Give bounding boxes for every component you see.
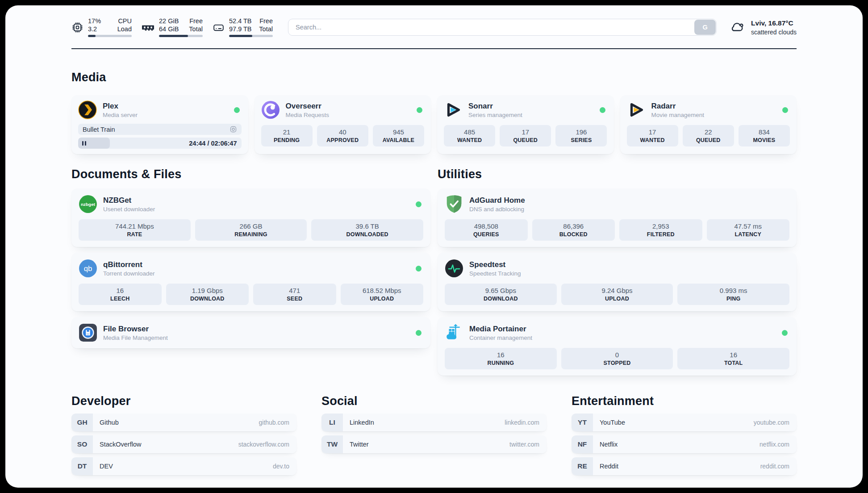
overseerr-icon xyxy=(261,100,280,119)
bookmark-domain: twitter.com xyxy=(509,441,539,448)
bookmark-group-developer: Developer GH Github github.com SO StackO… xyxy=(71,394,296,479)
bookmark-abbr: YT xyxy=(572,414,593,431)
memory-free-value: 22 GiB xyxy=(159,17,184,25)
app-name: Speedtest xyxy=(469,260,521,269)
status-dot xyxy=(417,107,422,113)
memory-total-value: 64 GiB xyxy=(159,25,184,33)
playback-elapsed-fill xyxy=(78,138,110,149)
disk-free-label: Free xyxy=(259,17,273,25)
bookmark-github[interactable]: GH Github github.com xyxy=(71,414,296,431)
disk-widget: 52.4 TB Free 97.9 TB Total xyxy=(213,17,273,37)
now-playing-row: Bullet Train xyxy=(78,124,242,135)
app-name: Media Portainer xyxy=(469,324,532,334)
stat-download: 9.65 Gbps DOWNLOAD xyxy=(445,284,557,305)
bookmark-domain: dev.to xyxy=(273,463,289,470)
status-dot xyxy=(782,107,788,113)
app-card-filebrowser[interactable]: File Browser Media File Management xyxy=(71,317,430,348)
stat-queued: 17 QUEUED xyxy=(500,125,551,146)
memory-progress-fill xyxy=(159,35,188,37)
video-frame-icon[interactable] xyxy=(230,125,237,133)
bookmark-name: Github xyxy=(100,419,119,426)
portainer-icon xyxy=(445,323,463,342)
bookmark-name: YouTube xyxy=(600,419,625,426)
bookmark-abbr: TW xyxy=(321,435,343,453)
stat-latency: 47.57 ms LATENCY xyxy=(707,219,790,241)
stat-remaining: 266 GB REMAINING xyxy=(195,219,307,241)
app-card-speedtest[interactable]: Speedtest Speedtest Tracking 9.65 Gbps D… xyxy=(438,253,797,311)
bookmark-name: Reddit xyxy=(600,463,618,470)
section-title-entertainment: Entertainment xyxy=(572,394,797,408)
stat-queries: 498,508 QUERIES xyxy=(445,219,528,241)
bookmark-dev[interactable]: DT DEV dev.to xyxy=(71,457,296,475)
search-input[interactable] xyxy=(288,19,717,36)
system-stats: 17% CPU 3.2 Load xyxy=(71,17,273,37)
cloud-icon xyxy=(729,20,745,34)
cpu-progress-bar xyxy=(88,35,132,37)
app-name: Radarr xyxy=(651,101,705,111)
app-card-nzbget[interactable]: nzbget NZBGet Usenet downloader 744.21 M… xyxy=(71,188,430,247)
search-bar: G xyxy=(288,19,717,36)
disk-free-value: 52.4 TB xyxy=(229,17,255,25)
bookmark-domain: netflix.com xyxy=(760,441,789,448)
hard-drive-icon xyxy=(213,21,225,33)
qbittorrent-icon: qb xyxy=(79,259,97,278)
top-bar: 17% CPU 3.2 Load xyxy=(71,16,797,38)
plex-icon xyxy=(78,100,97,119)
cpu-widget: 17% CPU 3.2 Load xyxy=(71,17,132,37)
search-engine-button[interactable]: G xyxy=(694,20,716,35)
status-dot xyxy=(416,201,421,207)
bookmark-twitter[interactable]: TW Twitter twitter.com xyxy=(321,435,547,453)
bookmark-reddit[interactable]: RE Reddit reddit.com xyxy=(572,457,797,475)
memory-total-label: Total xyxy=(189,25,203,33)
cpu-progress-fill xyxy=(88,35,96,37)
bookmark-netflix[interactable]: NF Netflix netflix.com xyxy=(572,435,797,453)
section-title-media: Media xyxy=(71,71,797,84)
app-description: Media File Management xyxy=(103,334,168,341)
bookmark-name: Twitter xyxy=(350,441,369,448)
app-card-portainer[interactable]: Media Portainer Container management 16 … xyxy=(438,317,797,376)
disk-total-label: Total xyxy=(259,25,273,33)
weather-condition: scattered clouds xyxy=(751,29,797,36)
stat-queued: 22 QUEUED xyxy=(683,125,734,146)
bookmark-domain: linkedin.com xyxy=(505,419,539,426)
ram-icon xyxy=(142,21,154,33)
bookmark-stackoverflow[interactable]: SO StackOverflow stackoverflow.com xyxy=(71,435,296,453)
bookmark-abbr: NF xyxy=(572,435,593,453)
pause-icon[interactable] xyxy=(82,141,88,146)
stat-upload: 618.52 Mbps UPLOAD xyxy=(341,284,424,305)
bookmark-youtube[interactable]: YT YouTube youtube.com xyxy=(572,414,797,431)
section-media: Media Plex Media server xyxy=(71,71,797,154)
radarr-icon xyxy=(627,100,646,119)
app-card-overseerr[interactable]: Overseerr Media Requests 21 PENDING 40 A… xyxy=(255,95,431,154)
stat-download: 1.19 Gbps DOWNLOAD xyxy=(166,284,249,305)
bookmark-group-social: Social LI LinkedIn linkedin.com TW Twitt… xyxy=(321,394,547,457)
app-card-radarr[interactable]: Radarr Movie management 17 WANTED 22 QUE… xyxy=(620,95,797,154)
stat-blocked: 86,396 BLOCKED xyxy=(532,219,615,241)
app-name: Overseerr xyxy=(286,101,330,111)
playback-progress-bar[interactable]: 24:44 / 02:06:47 xyxy=(78,138,242,149)
app-description: Media server xyxy=(103,112,138,118)
app-card-qbittorrent[interactable]: qb qBittorrent Torrent downloader 16 LEE… xyxy=(71,253,430,311)
bookmark-domain: github.com xyxy=(259,419,289,426)
stat-available: 945 AVAILABLE xyxy=(373,125,424,146)
disk-progress-fill xyxy=(229,35,252,37)
app-card-sonarr[interactable]: Sonarr Series management 485 WANTED 17 Q… xyxy=(437,95,614,154)
memory-widget: 22 GiB Free 64 GiB Total xyxy=(142,17,203,37)
app-description: Usenet downloader xyxy=(103,206,155,213)
topbar-divider xyxy=(71,48,797,49)
weather-widget[interactable]: Lviv, 16.87°C scattered clouds xyxy=(729,19,797,36)
memory-free-label: Free xyxy=(189,17,203,25)
status-dot xyxy=(416,330,421,336)
nzbget-icon: nzbget xyxy=(79,195,97,213)
stat-pending: 21 PENDING xyxy=(261,125,313,146)
app-name: NZBGet xyxy=(103,196,155,205)
cpu-load-label: Load xyxy=(117,25,132,33)
app-card-adguard[interactable]: AdGuard Home DNS and adblocking 498,508 … xyxy=(438,188,797,247)
sonarr-icon xyxy=(444,100,463,119)
bookmark-linkedin[interactable]: LI LinkedIn linkedin.com xyxy=(321,414,547,431)
app-card-plex[interactable]: Plex Media server Bullet Train xyxy=(71,95,248,154)
now-playing-title: Bullet Train xyxy=(83,126,115,133)
status-dot xyxy=(600,107,605,113)
disk-total-value: 97.9 TB xyxy=(229,25,255,33)
cpu-usage-value: 17% xyxy=(88,17,113,25)
